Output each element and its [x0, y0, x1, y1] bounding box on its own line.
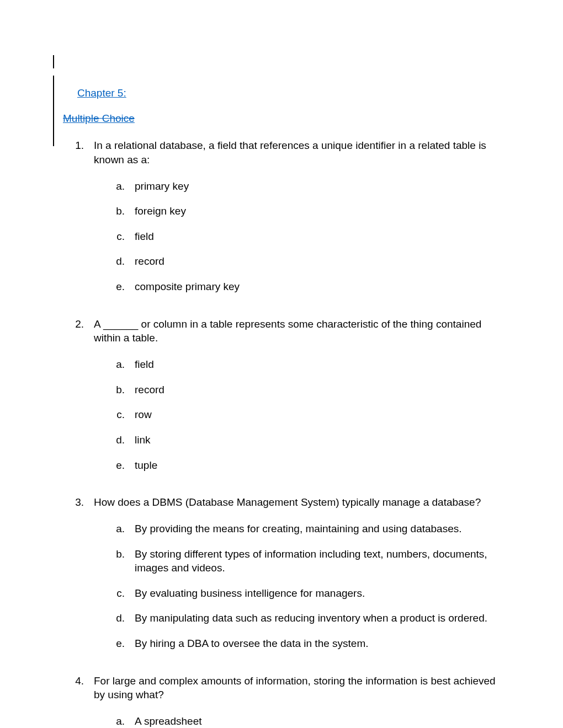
question-text-wrap: A ______ or column in a table represents…: [94, 317, 502, 483]
option-text: By hiring a DBA to oversee the data in t…: [135, 636, 502, 651]
option-letter: a.: [110, 179, 135, 194]
chapter-link[interactable]: Chapter 5:: [77, 86, 126, 100]
option-letter: b.: [110, 547, 135, 575]
option-item: a.primary key: [94, 179, 502, 194]
option-item: e.tuple: [94, 458, 502, 473]
option-text: record: [135, 254, 502, 269]
option-letter: b.: [110, 204, 135, 218]
document-page: Chapter 5: Multiple Choice 1. In a relat…: [0, 0, 563, 728]
option-letter: d.: [110, 611, 135, 625]
option-text: composite primary key: [135, 280, 502, 294]
question-item: 2. A ______ or column in a table represe…: [63, 317, 502, 483]
question-number: 4.: [63, 674, 94, 728]
option-text: By providing the means for creating, mai…: [135, 522, 502, 536]
option-item: a.By providing the means for creating, m…: [94, 522, 502, 536]
option-letter: a.: [110, 357, 135, 372]
question-text: In a relational database, a field that r…: [94, 140, 486, 165]
option-item: b.foreign key: [94, 204, 502, 218]
option-item: d.By manipulating data such as reducing …: [94, 611, 502, 625]
option-text: row: [135, 408, 502, 422]
option-letter: d.: [110, 254, 135, 269]
option-text: field: [135, 229, 502, 244]
option-text: record: [135, 383, 502, 397]
option-letter: c.: [110, 586, 135, 601]
option-letter: b.: [110, 383, 135, 397]
question-number: 3.: [63, 495, 94, 661]
option-text: A spreadsheet: [135, 714, 502, 728]
option-list: a.field b.record c.row d.link e.tuple: [94, 357, 502, 472]
option-letter: c.: [110, 229, 135, 244]
option-text: link: [135, 433, 502, 447]
option-list: a.A spreadsheet: [94, 714, 502, 728]
option-item: a.A spreadsheet: [94, 714, 502, 728]
option-item: c.field: [94, 229, 502, 244]
option-item: e.By hiring a DBA to oversee the data in…: [94, 636, 502, 651]
option-text: By evaluating business intelligence for …: [135, 586, 502, 601]
option-letter: e.: [110, 636, 135, 651]
mc-heading: Multiple Choice: [63, 111, 502, 126]
option-text: By manipulating data such as reducing in…: [135, 611, 502, 625]
option-text: primary key: [135, 179, 502, 194]
question-number: 1.: [63, 138, 94, 304]
option-item: c.row: [94, 408, 502, 422]
revision-mark: [53, 76, 54, 146]
option-letter: a.: [110, 522, 135, 536]
option-letter: d.: [110, 433, 135, 447]
chapter-heading: Chapter 5:: [55, 55, 502, 111]
question-item: 1. In a relational database, a field tha…: [63, 138, 502, 304]
option-text: field: [135, 357, 502, 372]
question-text: How does a DBMS (Database Management Sys…: [94, 496, 481, 508]
question-text-wrap: How does a DBMS (Database Management Sys…: [94, 495, 502, 661]
option-letter: a.: [110, 714, 135, 728]
question-item: 4. For large and complex amounts of info…: [63, 674, 502, 728]
option-text: foreign key: [135, 204, 502, 218]
option-letter: c.: [110, 408, 135, 422]
option-item: a.field: [94, 357, 502, 372]
option-text: By storing different types of informatio…: [135, 547, 502, 575]
question-text-wrap: In a relational database, a field that r…: [94, 138, 502, 304]
option-list: a.primary key b.foreign key c.field d.re…: [94, 179, 502, 294]
option-item: b.By storing different types of informat…: [94, 547, 502, 575]
option-item: d.record: [94, 254, 502, 269]
question-item: 3. How does a DBMS (Database Management …: [63, 495, 502, 661]
option-item: c.By evaluating business intelligence fo…: [94, 586, 502, 601]
question-text-wrap: For large and complex amounts of informa…: [94, 674, 502, 728]
option-letter: e.: [110, 280, 135, 294]
question-text: For large and complex amounts of informa…: [94, 675, 496, 701]
option-text: tuple: [135, 458, 502, 473]
question-list: 1. In a relational database, a field tha…: [55, 138, 502, 728]
revision-mark: [53, 55, 54, 68]
question-text: A ______ or column in a table represents…: [94, 318, 481, 344]
question-number: 2.: [63, 317, 94, 483]
option-item: b.record: [94, 383, 502, 397]
option-item: e.composite primary key: [94, 280, 502, 294]
option-item: d.link: [94, 433, 502, 447]
option-letter: e.: [110, 458, 135, 473]
option-list: a.By providing the means for creating, m…: [94, 522, 502, 651]
